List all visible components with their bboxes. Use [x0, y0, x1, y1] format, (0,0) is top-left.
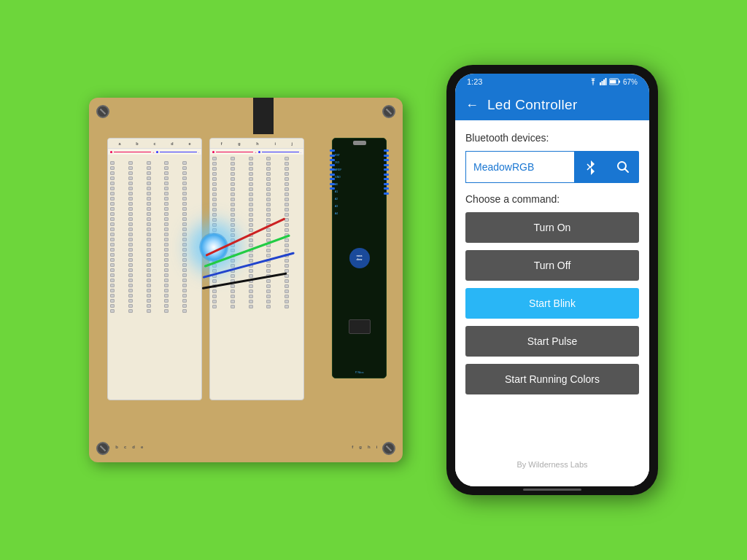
start-running-colors-button[interactable]: Start Running Colors	[465, 364, 639, 394]
breadboard-left: a b c d e + - // Will be generated by JS	[107, 138, 202, 400]
search-icon	[616, 160, 630, 174]
main-container: a b c d e + - // Will be generated by JS	[0, 0, 747, 560]
app-content: Bluetooth devices: MeadowRGB	[455, 120, 649, 486]
phone-mockup: 1:23	[446, 65, 658, 495]
svg-rect-3	[603, 79, 605, 85]
wifi-icon	[589, 78, 597, 85]
footer-text: By Wilderness Labs	[465, 460, 639, 475]
svg-rect-2	[601, 81, 603, 85]
screw-top-right	[382, 105, 395, 118]
bluetooth-label: Bluetooth devices:	[465, 132, 639, 144]
turn-on-button[interactable]: Turn On	[465, 212, 639, 243]
svg-point-0	[592, 84, 594, 85]
battery-percent: 67%	[623, 78, 638, 86]
svg-rect-7	[619, 81, 620, 83]
svg-rect-4	[605, 78, 606, 85]
status-time: 1:23	[467, 77, 482, 86]
screw-top-left	[96, 105, 109, 118]
start-blink-button[interactable]: Start Blink	[465, 288, 639, 319]
signal-icon	[600, 78, 607, 85]
bluetooth-icon	[585, 159, 597, 175]
status-icons: 67%	[589, 78, 638, 86]
usb-cable	[253, 98, 274, 134]
device-row: MeadowRGB	[465, 151, 639, 183]
turn-off-button[interactable]: Turn Off	[465, 250, 639, 281]
phone-container: 1:23	[446, 65, 658, 495]
phone-screen: 1:23	[455, 74, 649, 486]
command-label: Choose a command:	[465, 193, 639, 205]
mcu-board: RST3V3AREFGND A0A1A2A3A4 meadow	[332, 138, 387, 378]
bluetooth-button[interactable]	[575, 151, 607, 183]
breadboard-bottom-labels: abcde fghij	[107, 445, 384, 449]
start-pulse-button[interactable]: Start Pulse	[465, 326, 639, 357]
home-indicator	[523, 489, 581, 491]
device-name-display: MeadowRGB	[465, 151, 575, 183]
status-bar: 1:23	[455, 74, 649, 90]
back-button[interactable]: ←	[465, 98, 479, 113]
app-bar: ← Led Controller	[455, 90, 649, 120]
app-title: Led Controller	[487, 97, 578, 113]
search-button[interactable]	[607, 151, 639, 183]
battery-icon	[609, 78, 621, 85]
hardware-photo: a b c d e + - // Will be generated by JS	[89, 98, 403, 462]
breadboard-right: f g h i j + -	[209, 138, 304, 400]
svg-rect-1	[600, 82, 601, 85]
svg-rect-6	[610, 80, 616, 84]
svg-line-9	[625, 169, 629, 173]
